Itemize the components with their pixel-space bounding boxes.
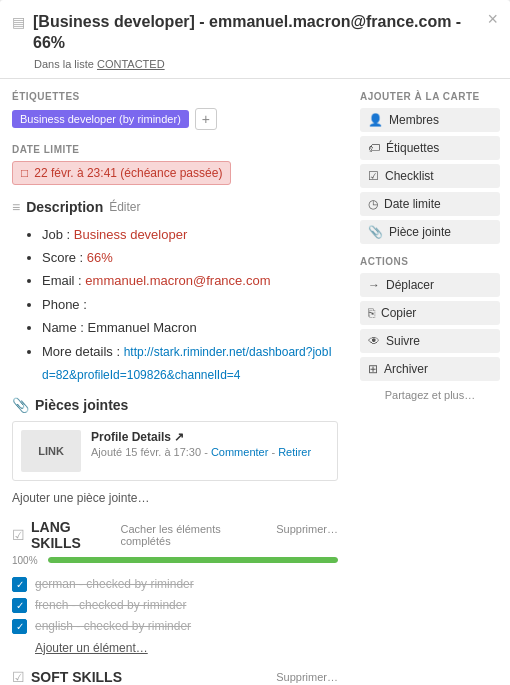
soft-skills-actions: Supprimer… bbox=[276, 671, 338, 683]
lang-checkbox-0[interactable]: ✓ bbox=[12, 577, 27, 592]
attach-remove-link[interactable]: Retirer bbox=[278, 446, 311, 458]
copier-label: Copier bbox=[381, 306, 416, 320]
desc-item-score: Score : 66% bbox=[42, 246, 338, 269]
lang-skills-title: LANG SKILLS bbox=[31, 519, 121, 551]
card-header: ▤ [Business developer] - emmanuel.macron… bbox=[0, 0, 510, 79]
attach-thumb: LINK bbox=[21, 430, 81, 472]
desc-job-value: Business developer bbox=[74, 227, 187, 242]
attach-name: Profile Details ↗ bbox=[91, 430, 329, 444]
etiquettes-label: ÉTIQUETTES bbox=[12, 91, 338, 102]
checklist-btn[interactable]: ☑ Checklist bbox=[360, 164, 500, 188]
membres-btn[interactable]: 👤 Membres bbox=[360, 108, 500, 132]
lang-skills-actions: Cacher les éléments complétés Supprimer… bbox=[121, 523, 339, 547]
suivre-icon: 👁 bbox=[368, 334, 380, 348]
lang-checkbox-1[interactable]: ✓ bbox=[12, 598, 27, 613]
lang-progress-pct: 100% bbox=[12, 555, 40, 566]
attachments-header: 📎 Pièces jointes bbox=[12, 397, 338, 413]
etiquettes-icon: 🏷 bbox=[368, 141, 380, 155]
lang-hide-link[interactable]: Cacher les éléments complétés bbox=[121, 523, 267, 547]
date-limite-btn[interactable]: ◷ Date limite bbox=[360, 192, 500, 216]
lang-skills-section: ☑ LANG SKILLS Cacher les éléments complé… bbox=[12, 519, 338, 655]
description-header: ≡ Description Éditer bbox=[12, 199, 338, 215]
etiquettes-btn[interactable]: 🏷 Étiquettes bbox=[360, 136, 500, 160]
attachments-title: Pièces jointes bbox=[35, 397, 128, 413]
piece-jointe-label: Pièce jointe bbox=[389, 225, 451, 239]
card-icon: ▤ bbox=[12, 14, 25, 30]
lang-item-0: ✓ german - checked by riminder bbox=[12, 574, 338, 595]
copier-btn[interactable]: ⎘ Copier bbox=[360, 301, 500, 325]
deplacer-icon: → bbox=[368, 278, 380, 292]
desc-name-label: Name : bbox=[42, 320, 88, 335]
attachments-section: 📎 Pièces jointes LINK Profile Details ↗ … bbox=[12, 397, 338, 505]
desc-item-job: Job : Business developer bbox=[42, 223, 338, 246]
lang-skills-header: ☑ LANG SKILLS Cacher les éléments complé… bbox=[12, 519, 338, 551]
desc-job-label: Job : bbox=[42, 227, 74, 242]
desc-name-value: Emmanuel Macron bbox=[88, 320, 197, 335]
description-title: Description bbox=[26, 199, 103, 215]
lang-item-2: ✓ english - checked by riminder bbox=[12, 616, 338, 637]
checklist-icon: ☑ bbox=[368, 169, 379, 183]
deplacer-label: Déplacer bbox=[386, 278, 434, 292]
lang-add-item-link[interactable]: Ajouter un élément… bbox=[12, 641, 338, 655]
card-sidebar: AJOUTER À LA CARTE 👤 Membres 🏷 Étiquette… bbox=[350, 79, 510, 685]
lang-item-1: ✓ french - checked by riminder bbox=[12, 595, 338, 616]
soft-skills-left: ☑ SOFT SKILLS bbox=[12, 669, 122, 685]
soft-skills-title: SOFT SKILLS bbox=[31, 669, 122, 685]
edit-link[interactable]: Éditer bbox=[109, 200, 140, 214]
date-text: 22 févr. à 23:41 (échéance passée) bbox=[34, 166, 222, 180]
soft-delete-link[interactable]: Supprimer… bbox=[276, 671, 338, 683]
desc-item-details: More details : http://stark.riminder.net… bbox=[42, 340, 338, 387]
archiver-label: Archiver bbox=[384, 362, 428, 376]
date-limit-section: DATE LIMITE □ 22 févr. à 23:41 (échéance… bbox=[12, 144, 338, 185]
date-badge[interactable]: □ 22 févr. à 23:41 (échéance passée) bbox=[12, 161, 231, 185]
attach-details: Profile Details ↗ Ajouté 15 févr. à 17:3… bbox=[91, 430, 329, 458]
add-attachment-link[interactable]: Ajouter une pièce jointe… bbox=[12, 491, 149, 505]
copier-icon: ⎘ bbox=[368, 306, 375, 320]
desc-score-label: Score : bbox=[42, 250, 87, 265]
subtitle-list-link[interactable]: CONTACTED bbox=[97, 58, 165, 70]
add-tag-button[interactable]: + bbox=[195, 108, 217, 130]
desc-email-value[interactable]: emmanuel.macron@france.com bbox=[85, 273, 270, 288]
date-limit-label: DATE LIMITE bbox=[12, 144, 338, 155]
card-title: [Business developer] - emmanuel.macron@f… bbox=[33, 12, 474, 54]
description-icon: ≡ bbox=[12, 199, 20, 215]
lang-progress-row: 100% bbox=[12, 555, 338, 566]
soft-checklist-icon: ☑ bbox=[12, 669, 25, 685]
calendar-icon: □ bbox=[21, 166, 28, 180]
date-icon: ◷ bbox=[368, 197, 378, 211]
share-link[interactable]: Partagez et plus… bbox=[360, 389, 500, 401]
soft-skills-section: ☑ SOFT SKILLS Supprimer… 0% leadership bbox=[12, 669, 338, 685]
description-list: Job : Business developer Score : 66% Ema… bbox=[12, 223, 338, 387]
lang-label-2: english - checked by riminder bbox=[35, 619, 191, 633]
soft-skills-header: ☑ SOFT SKILLS Supprimer… bbox=[12, 669, 338, 685]
suivre-btn[interactable]: 👁 Suivre bbox=[360, 329, 500, 353]
sidebar-add-label: AJOUTER À LA CARTE bbox=[360, 91, 500, 102]
tag-business-developer[interactable]: Business developer (by riminder) bbox=[12, 110, 189, 128]
lang-progress-bar-fill bbox=[48, 557, 338, 563]
attach-external-icon: ↗ bbox=[174, 430, 184, 444]
desc-details-label: More details : bbox=[42, 344, 124, 359]
lang-checkbox-2[interactable]: ✓ bbox=[12, 619, 27, 634]
lang-checklist-icon: ☑ bbox=[12, 527, 25, 543]
desc-email-label: Email : bbox=[42, 273, 85, 288]
desc-phone-label: Phone : bbox=[42, 297, 87, 312]
membres-icon: 👤 bbox=[368, 113, 383, 127]
lang-skills-left: ☑ LANG SKILLS bbox=[12, 519, 121, 551]
piece-jointe-btn[interactable]: 📎 Pièce jointe bbox=[360, 220, 500, 244]
lang-progress-bar-bg bbox=[48, 557, 338, 563]
piece-jointe-icon: 📎 bbox=[368, 225, 383, 239]
attach-comment-link[interactable]: Commenter bbox=[211, 446, 268, 458]
close-button[interactable]: × bbox=[487, 10, 498, 28]
card-modal: ▤ [Business developer] - emmanuel.macron… bbox=[0, 0, 510, 685]
lang-delete-link[interactable]: Supprimer… bbox=[276, 523, 338, 547]
deplacer-btn[interactable]: → Déplacer bbox=[360, 273, 500, 297]
attach-name-link[interactable]: Profile Details bbox=[91, 430, 171, 444]
attach-meta: Ajouté 15 févr. à 17:30 - Commenter - Re… bbox=[91, 446, 329, 458]
card-subtitle: Dans la liste CONTACTED bbox=[34, 58, 474, 70]
archiver-icon: ⊞ bbox=[368, 362, 378, 376]
archiver-btn[interactable]: ⊞ Archiver bbox=[360, 357, 500, 381]
etiquettes-label: Étiquettes bbox=[386, 141, 439, 155]
desc-item-email: Email : emmanuel.macron@france.com bbox=[42, 269, 338, 292]
desc-item-name: Name : Emmanuel Macron bbox=[42, 316, 338, 339]
desc-item-phone: Phone : bbox=[42, 293, 338, 316]
